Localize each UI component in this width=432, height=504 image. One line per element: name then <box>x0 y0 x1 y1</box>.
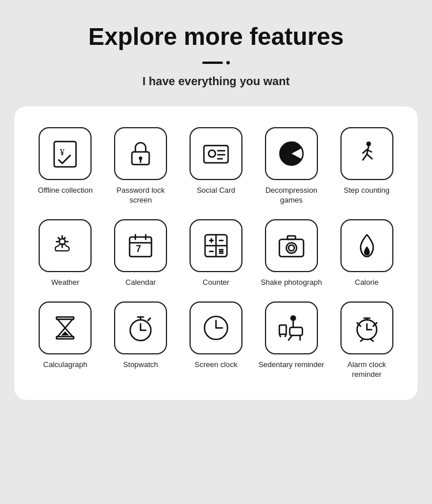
calorie-label: Calorie <box>355 278 378 288</box>
svg-point-41 <box>286 243 297 253</box>
svg-line-51 <box>148 318 150 320</box>
feature-stopwatch: Stopwatch <box>106 301 176 380</box>
svg-point-11 <box>294 146 298 149</box>
shake-photograph-icon-box <box>265 219 318 272</box>
decompression-games-label: Decompression games <box>256 186 326 205</box>
weather-label: Weather <box>51 278 79 288</box>
screen-clock-label: Screen clock <box>195 360 237 370</box>
svg-line-16 <box>363 150 367 153</box>
alarm-clock-reminder-icon-box <box>340 301 393 354</box>
feature-decompression-games: Decompression games <box>256 127 326 205</box>
divider <box>202 61 230 64</box>
shake-photograph-label: Shake photograph <box>261 278 322 288</box>
features-card: ¥ Offline collection Password lock scree… <box>14 106 418 400</box>
svg-text:7: 7 <box>136 244 141 254</box>
svg-rect-60 <box>279 325 286 334</box>
feature-password-lock-screen: Password lock screen <box>106 127 176 205</box>
counter-label: Counter <box>203 278 229 288</box>
svg-line-70 <box>361 339 363 341</box>
svg-line-14 <box>363 154 367 160</box>
offline-collection-icon-box: ¥ <box>39 127 92 180</box>
svg-rect-40 <box>279 239 304 257</box>
feature-step-counting: Step counting <box>332 127 401 205</box>
password-lock-screen-label: Password lock screen <box>106 186 176 205</box>
social-card-label: Social Card <box>196 186 235 196</box>
offline-collection-label: Offline collection <box>38 186 93 196</box>
svg-line-24 <box>64 238 65 239</box>
feature-sedentary-reminder: Sedentary reminder <box>256 301 326 380</box>
alarm-clock-reminder-label: Alarm clock reminder <box>332 360 401 380</box>
svg-point-55 <box>290 315 296 321</box>
calorie-icon-box <box>340 219 393 272</box>
calculagraph-icon-box <box>39 301 92 354</box>
svg-rect-45 <box>56 337 74 339</box>
svg-rect-0 <box>54 142 76 167</box>
sedentary-reminder-icon-box <box>265 301 318 354</box>
feature-calculagraph: Calculagraph <box>31 301 100 380</box>
feature-weather: Weather <box>31 219 100 288</box>
decompression-games-icon-box <box>265 127 318 180</box>
svg-point-42 <box>289 245 294 251</box>
stopwatch-label: Stopwatch <box>123 360 158 370</box>
feature-alarm-clock-reminder: Alarm clock reminder <box>332 301 401 380</box>
calendar-label: Calendar <box>126 278 156 288</box>
sedentary-reminder-label: Sedentary reminder <box>259 360 324 370</box>
subtitle: I have everything you want <box>142 75 290 88</box>
step-counting-label: Step counting <box>344 186 390 196</box>
social-card-icon-box <box>190 127 242 180</box>
stopwatch-icon-box <box>114 301 167 354</box>
svg-line-57 <box>289 335 292 340</box>
calendar-icon-box: 7 <box>114 219 167 272</box>
svg-rect-44 <box>56 317 74 319</box>
svg-rect-56 <box>290 327 302 335</box>
svg-rect-43 <box>287 236 295 239</box>
svg-point-6 <box>209 150 215 157</box>
feature-offline-collection: ¥ Offline collection <box>31 127 100 205</box>
weather-icon-box <box>39 219 92 272</box>
svg-text:¥: ¥ <box>60 147 65 157</box>
svg-line-71 <box>371 339 373 341</box>
feature-counter: Counter <box>181 219 251 288</box>
step-counting-icon-box <box>340 127 393 180</box>
svg-line-23 <box>58 238 59 239</box>
counter-icon-box <box>190 219 242 272</box>
feature-calendar: 7 Calendar <box>106 219 176 288</box>
features-grid: ¥ Offline collection Password lock scree… <box>31 127 401 379</box>
feature-screen-clock: Screen clock <box>181 301 251 380</box>
page-title: Explore more features <box>88 23 344 51</box>
feature-calorie: Calorie <box>332 219 401 288</box>
calculagraph-label: Calculagraph <box>43 360 88 370</box>
feature-shake-photograph: Shake photograph <box>256 219 326 288</box>
password-lock-screen-icon-box <box>114 127 167 180</box>
svg-line-15 <box>367 154 372 159</box>
feature-social-card: Social Card <box>181 127 251 205</box>
screen-clock-icon-box <box>190 301 242 354</box>
